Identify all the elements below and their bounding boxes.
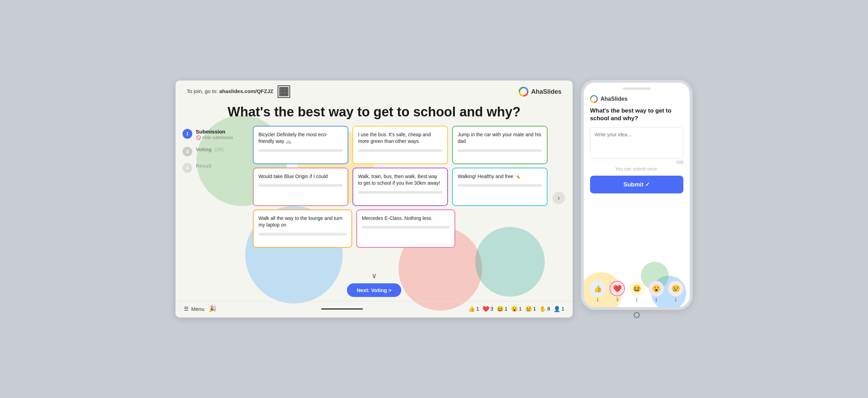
- reaction-thumbsup: 👍 1: [468, 306, 479, 312]
- phone: AhaSlides What's the best way to get to …: [581, 80, 692, 310]
- wow-count: 1: [519, 306, 522, 312]
- card-8-text: Mercedes E-Class. Nothing less.: [362, 215, 450, 222]
- brand-name: AhaSlides: [531, 88, 561, 95]
- reaction-sad: 😢 1: [525, 306, 536, 312]
- cards-area: Bicycle! Definitely the most eco-friendl…: [253, 126, 548, 270]
- phone-blobs: 👍 1 ❤️ 3 😆 1 😮 1 😢 1: [584, 258, 690, 307]
- card-5-text: Walk, train, bus, then walk. Best way to…: [358, 173, 442, 187]
- hide-sub-text[interactable]: Hide submission: [202, 135, 233, 140]
- phone-rb-thumbsup[interactable]: 👍: [590, 281, 605, 296]
- phone-wrapper: AhaSlides What's the best way to get to …: [581, 80, 692, 318]
- sad-count: 1: [533, 306, 536, 312]
- next-arrow-button[interactable]: ›: [552, 192, 565, 204]
- phone-char-count: 500: [590, 160, 683, 165]
- phone-wow-count: 1: [655, 297, 658, 302]
- reaction-laugh: 😆 1: [497, 306, 507, 312]
- card-8-bar: [362, 226, 450, 229]
- card-3: Jump in the car with your mate and his d…: [452, 126, 548, 164]
- menu-label: Menu: [191, 306, 204, 312]
- phone-brand-name: AhaSlides: [600, 96, 627, 102]
- next-btn-area: Next: Voting >: [176, 281, 573, 301]
- reaction-heart: ❤️ 3: [482, 306, 493, 312]
- wow-emoji: 😮: [511, 306, 518, 312]
- phone-reaction-sad: 😢 1: [668, 281, 683, 302]
- phone-reaction-heart: ❤️ 3: [610, 281, 625, 302]
- join-url: ahaslides.com/QFZJZ: [219, 88, 273, 94]
- reaction-wow: 😮 1: [511, 306, 522, 312]
- step2-num: 2: [183, 147, 192, 156]
- step-result: 3 Result: [183, 163, 249, 173]
- card-2: I use the bus. It's safe, cheap and more…: [352, 126, 448, 164]
- step1-sublabel: 🚫 Hide submission: [196, 135, 233, 140]
- phone-sad-count: 1: [675, 297, 677, 302]
- confetti-icon: 🎉: [209, 305, 216, 313]
- sad-emoji: 😢: [525, 306, 532, 312]
- phone-rb-sad[interactable]: 😢: [668, 281, 683, 296]
- cards-row-2: Would take Blue Origin if I could Walk, …: [253, 168, 548, 206]
- card-7: Walk all the way to the lounge and turn …: [253, 209, 352, 248]
- phone-rb-laugh[interactable]: 😆: [629, 281, 644, 296]
- card-8: Mercedes E-Class. Nothing less.: [356, 209, 456, 248]
- slide-title: What's the best way to get to school and…: [176, 101, 573, 126]
- step-submission: 1 Submission 🚫 Hide submission: [183, 129, 249, 140]
- card-2-text: I use the bus. It's safe, cheap and more…: [358, 131, 442, 145]
- next-voting-button[interactable]: Next: Voting >: [347, 283, 401, 297]
- card-1-bar: [258, 149, 343, 152]
- voting-count: (26): [215, 146, 224, 152]
- phone-ahaslides-icon: [590, 95, 598, 103]
- phone-submit-note: You can submit once.: [590, 166, 683, 171]
- qr-code: [278, 85, 290, 98]
- phone-reaction-thumbsup: 👍 1: [590, 281, 605, 302]
- slide-topbar: To join, go to: ahaslides.com/QFZJZ AhaS…: [176, 81, 573, 101]
- join-text: To join, go to: ahaslides.com/QFZJZ: [187, 88, 275, 94]
- phone-thumbsup-count: 1: [597, 297, 599, 302]
- step2-label: Voting (26): [196, 146, 224, 152]
- brand-logo: AhaSlides: [519, 87, 561, 97]
- reaction-hand: ✋ 8: [539, 306, 550, 312]
- phone-rb-wow[interactable]: 😮: [649, 281, 664, 296]
- card-5: Walk, train, bus, then walk. Best way to…: [352, 168, 448, 206]
- step3-label: Result: [196, 163, 212, 169]
- card-6-bar: [458, 184, 542, 187]
- thumbsup-emoji: 👍: [468, 306, 475, 312]
- slide-bottom: ☰ Menu 🎉 👍 1 ❤️ 3 😆 1 😮 1: [176, 301, 573, 317]
- heart-count: 3: [490, 306, 493, 312]
- slide-sidebar: 1 Submission 🚫 Hide submission 2 Voting …: [183, 126, 249, 270]
- progress-bar: [321, 308, 363, 309]
- step-voting: 2 Voting (26): [183, 146, 249, 156]
- step3-num: 3: [183, 163, 192, 173]
- user-emoji: 👤: [553, 306, 560, 312]
- phone-reactions: 👍 1 ❤️ 3 😆 1 😮 1 😢 1: [584, 278, 690, 307]
- eye-off-icon: 🚫: [196, 135, 201, 140]
- phone-rb-heart[interactable]: ❤️: [610, 281, 625, 296]
- card-7-bar: [258, 233, 347, 236]
- card-6: Walking! Healthy and free 🤸: [452, 168, 548, 206]
- menu-button[interactable]: ☰ Menu: [184, 306, 204, 312]
- cards-row-1: Bicycle! Definitely the most eco-friendl…: [253, 126, 548, 164]
- phone-idea-input[interactable]: [590, 127, 683, 159]
- ahaslides-icon: [519, 87, 528, 97]
- down-arrow: ∨: [176, 270, 573, 281]
- card-3-bar: [458, 149, 542, 152]
- phone-question: What's the best way to get to school and…: [590, 107, 683, 122]
- phone-brand: AhaSlides: [590, 95, 683, 103]
- card-1: Bicycle! Definitely the most eco-friendl…: [253, 126, 348, 164]
- phone-laugh-count: 1: [636, 297, 638, 302]
- phone-reaction-laugh: 😆 1: [629, 281, 644, 302]
- phone-content: AhaSlides What's the best way to get to …: [584, 90, 690, 258]
- card-5-bar: [358, 191, 442, 194]
- card-1-text: Bicycle! Definitely the most eco-friendl…: [258, 131, 343, 145]
- laugh-emoji: 😆: [497, 306, 504, 312]
- card-7-text: Walk all the way to the lounge and turn …: [258, 215, 347, 229]
- slide-panel: To join, go to: ahaslides.com/QFZJZ AhaS…: [176, 81, 573, 317]
- heart-emoji: ❤️: [482, 306, 489, 312]
- card-3-text: Jump in the car with your mate and his d…: [458, 131, 542, 145]
- card-2-bar: [358, 149, 442, 152]
- card-4: Would take Blue Origin if I could: [253, 168, 348, 206]
- phone-reaction-wow: 😮 1: [649, 281, 664, 302]
- thumbsup-count: 1: [476, 306, 479, 312]
- card-4-text: Would take Blue Origin if I could: [258, 173, 343, 180]
- phone-submit-button[interactable]: Submit ✓: [590, 176, 683, 193]
- voting-label: Voting: [196, 146, 212, 152]
- laugh-count: 1: [505, 306, 507, 312]
